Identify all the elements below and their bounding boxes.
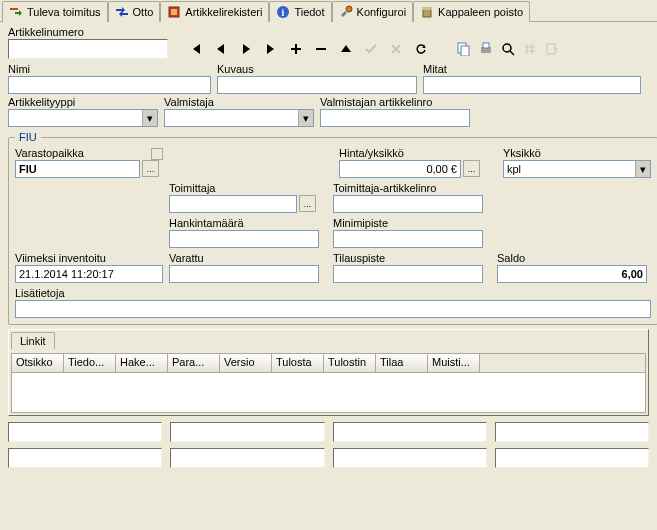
tab-label: Artikkelirekisteri [185, 6, 262, 18]
bottom-input-7[interactable] [333, 448, 487, 468]
viimeksi-inventoitu-input[interactable] [15, 265, 163, 283]
label-mitat: Mitat [423, 63, 649, 75]
first-record-icon[interactable] [188, 41, 204, 57]
nimi-input[interactable] [8, 76, 211, 94]
cancel-icon[interactable] [388, 41, 404, 57]
tab-label: Konfiguroi [357, 6, 407, 18]
refresh-icon[interactable] [413, 41, 429, 57]
last-record-icon[interactable] [263, 41, 279, 57]
tab-tiedot[interactable]: i Tiedot [269, 1, 331, 22]
copy-icon[interactable] [456, 41, 472, 57]
varastopaikka-toggle[interactable] [151, 148, 163, 160]
varastopaikka-browse-button[interactable]: ... [142, 160, 159, 177]
bottom-input-6[interactable] [170, 448, 324, 468]
bottom-input-3[interactable] [333, 422, 487, 442]
label-minimipiste: Minimipiste [333, 217, 483, 229]
tab-tuleva-toimitus[interactable]: Tuleva toimitus [2, 1, 108, 22]
grid-header-tulosta[interactable]: Tulosta [272, 354, 324, 372]
toimittaja-input[interactable] [169, 195, 297, 213]
main-tab-bar: Tuleva toimitus Otto Artikkelirekisteri … [0, 0, 657, 22]
tab-label: Otto [133, 6, 154, 18]
valmistaja-combo[interactable] [164, 109, 314, 127]
varastopaikka-input[interactable] [15, 160, 140, 178]
record-toolbar [188, 39, 560, 59]
toimittaja-browse-button[interactable]: ... [299, 195, 316, 212]
trash-icon [420, 5, 434, 19]
label-yksikko: Yksikkö [503, 147, 651, 159]
confirm-icon[interactable] [363, 41, 379, 57]
label-varastopaikka: Varastopaikka [15, 147, 84, 159]
info-icon: i [276, 5, 290, 19]
lisatietoja-input[interactable] [15, 300, 651, 318]
grid-header-tilaa[interactable]: Tilaa [376, 354, 428, 372]
grid-header-hake[interactable]: Hake... [116, 354, 168, 372]
grid-header-tulostin[interactable]: Tulostin [324, 354, 376, 372]
artikkelinumero-input[interactable] [8, 39, 168, 59]
grid-header-row: Otsikko Tiedo... Hake... Para... Versio … [12, 354, 645, 373]
label-viimeksi-inventoitu: Viimeksi inventoitu [15, 252, 163, 264]
mitat-input[interactable] [423, 76, 641, 94]
tab-kappaleen-poisto[interactable]: Kappaleen poisto [413, 1, 530, 22]
tools-icon [339, 5, 353, 19]
print-icon[interactable] [478, 41, 494, 57]
svg-rect-6 [422, 7, 432, 10]
bottom-input-4[interactable] [495, 422, 649, 442]
svg-text:i: i [282, 7, 285, 18]
label-hinta-yksikko: Hinta/yksikkö [339, 147, 487, 159]
toimittaja-artikkelinro-input[interactable] [333, 195, 483, 213]
bottom-input-2[interactable] [170, 422, 324, 442]
tab-otto[interactable]: Otto [108, 1, 161, 22]
bottom-input-1a preguntas[interactable] [8, 422, 162, 442]
bottom-input-8[interactable] [495, 448, 649, 468]
artikkelityyppi-combo[interactable] [8, 109, 158, 127]
saldo-input[interactable] [497, 265, 647, 283]
grid-header-versio[interactable]: Versio [220, 354, 272, 372]
svg-point-12 [503, 44, 511, 52]
linkit-grid[interactable]: Otsikko Tiedo... Hake... Para... Versio … [11, 353, 646, 413]
search-icon[interactable] [500, 41, 516, 57]
tab-label: Kappaleen poisto [438, 6, 523, 18]
grid-header-otsikko[interactable]: Otsikko [12, 354, 64, 372]
prev-record-icon[interactable] [213, 41, 229, 57]
export-icon[interactable] [544, 41, 560, 57]
grid-header-tiedo[interactable]: Tiedo... [64, 354, 116, 372]
kuvaus-input[interactable] [217, 76, 417, 94]
label-toimittaja: Toimittaja [169, 182, 319, 194]
svg-rect-11 [483, 43, 489, 48]
valmistajan-artikkelinro-input[interactable] [320, 109, 470, 127]
linkit-panel: Linkit Otsikko Tiedo... Hake... Para... … [8, 329, 649, 416]
hinta-browse-button[interactable]: ... [463, 160, 480, 177]
bottom-input-5[interactable] [8, 448, 162, 468]
tab-label: Tiedot [294, 6, 324, 18]
label-hankintamaara: Hankintamäärä [169, 217, 319, 229]
bottom-row-1 [8, 422, 649, 442]
minimipiste-input[interactable] [333, 230, 483, 248]
tab-label: Tuleva toimitus [27, 6, 101, 18]
label-tilauspiste: Tilauspiste [333, 252, 483, 264]
label-varattu: Varattu [169, 252, 319, 264]
label-nimi: Nimi [8, 63, 211, 75]
fiu-legend: FIU [15, 131, 41, 143]
catalog-icon [167, 5, 181, 19]
grid-header-muisti[interactable]: Muisti... [428, 354, 480, 372]
next-record-icon[interactable] [238, 41, 254, 57]
tilauspiste-input[interactable] [333, 265, 483, 283]
swap-icon [115, 5, 129, 19]
varattu-input[interactable] [169, 265, 319, 283]
grid-header-para[interactable]: Para... [168, 354, 220, 372]
add-record-icon[interactable] [288, 41, 304, 57]
delete-record-icon[interactable] [313, 41, 329, 57]
hankintamaara-input[interactable] [169, 230, 319, 248]
hash-icon[interactable] [522, 41, 538, 57]
label-valmistajan-artikkelinro: Valmistajan artikkelinro [320, 96, 470, 108]
tab-konfiguroi[interactable]: Konfiguroi [332, 1, 414, 22]
tab-artikkelirekisteri[interactable]: Artikkelirekisteri [160, 1, 269, 22]
linkit-tab[interactable]: Linkit [11, 332, 55, 349]
label-kuvaus: Kuvaus [217, 63, 417, 75]
svg-rect-7 [316, 48, 326, 50]
up-icon[interactable] [338, 41, 354, 57]
hinta-input[interactable] [339, 160, 461, 178]
yksikko-combo[interactable] [503, 160, 651, 178]
label-lisatietoja: Lisätietoja [15, 287, 651, 299]
label-valmistaja: Valmistaja [164, 96, 314, 108]
